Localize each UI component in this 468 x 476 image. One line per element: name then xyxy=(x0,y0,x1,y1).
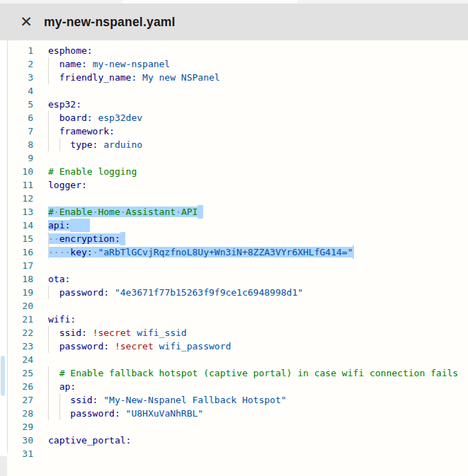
yaml-editor[interactable]: 1esphome:2 name: my-new-nspanel3 friendl… xyxy=(0,40,468,476)
selection-newline xyxy=(70,219,90,232)
code-text[interactable]: # Enable logging xyxy=(48,165,137,178)
code-segment: password: !secret wifi_password xyxy=(48,341,231,352)
code-line: 18ota: xyxy=(0,272,461,286)
line-number[interactable]: 8 xyxy=(0,138,33,151)
code-token: "4e3671f77b15263f9f9ce1c6948998d1" xyxy=(115,287,303,298)
code-token: board: xyxy=(59,112,93,123)
code-text[interactable]: friendly_name: My new NSPanel xyxy=(48,71,220,84)
code-segment: framework: xyxy=(48,126,115,137)
code-text[interactable]: esphome: xyxy=(48,44,93,57)
code-text[interactable]: #·Enable·Home·Assistant·API xyxy=(48,205,203,219)
code-token: API xyxy=(181,207,198,217)
code-line: 6 board: esp32dev xyxy=(0,111,461,124)
line-number[interactable]: 7 xyxy=(0,124,33,138)
line-number[interactable]: 27 xyxy=(0,393,33,407)
code-segment: esphome: xyxy=(48,45,93,56)
code-text[interactable]: name: my-new-nspanel xyxy=(48,57,170,71)
code-text[interactable]: captive_portal: xyxy=(48,434,131,447)
line-number[interactable]: 18 xyxy=(0,272,33,286)
code-text[interactable]: ota: xyxy=(48,272,70,286)
line-number[interactable]: 2 xyxy=(0,57,33,71)
code-segment: password: "4e3671f77b15263f9f9ce1c694899… xyxy=(48,287,303,298)
code-token: password: xyxy=(70,408,120,419)
indent-guide xyxy=(48,366,49,380)
line-number[interactable]: 28 xyxy=(0,407,33,420)
code-token: wifi_password xyxy=(159,341,232,352)
code-text[interactable]: ····key:·"aRbTlGCvjRqzfnoL8Uy+Wn3iN+8ZZA… xyxy=(48,245,354,259)
code-token: Home xyxy=(98,207,120,217)
code-text[interactable]: wifi: xyxy=(48,313,76,326)
code-text[interactable]: password: !secret wifi_password xyxy=(48,339,231,353)
code-segment: name: my-new-nspanel xyxy=(48,59,170,69)
line-number[interactable]: 4 xyxy=(0,84,33,98)
code-token: # Enable fallback hotspot (captive porta… xyxy=(59,368,459,378)
indent-guide xyxy=(59,138,60,151)
line-number[interactable]: 14 xyxy=(0,219,33,232)
line-number[interactable]: 25 xyxy=(0,366,33,380)
code-line: 5esp32: xyxy=(0,98,461,111)
line-number[interactable]: 16 xyxy=(0,245,33,259)
line-number[interactable]: 30 xyxy=(0,434,33,447)
code-text[interactable]: ssid: !secret wifi_ssid xyxy=(48,326,187,339)
code-line: 23 password: !secret wifi_password xyxy=(0,339,461,353)
code-token: name: xyxy=(59,59,87,69)
line-number[interactable]: 15 xyxy=(0,232,33,245)
line-number[interactable]: 23 xyxy=(0,339,33,353)
code-segment: # Enable fallback hotspot (captive porta… xyxy=(48,368,458,378)
code-token: ssid: xyxy=(59,327,87,338)
line-number[interactable]: 31 xyxy=(0,447,33,460)
line-number[interactable]: 26 xyxy=(0,380,33,393)
code-token: password: xyxy=(59,287,109,298)
line-number[interactable]: 10 xyxy=(0,165,33,178)
code-token xyxy=(48,368,59,378)
line-number[interactable]: 13 xyxy=(0,205,33,219)
code-line: 21wifi: xyxy=(0,313,461,326)
line-number[interactable]: 21 xyxy=(0,313,33,326)
code-text[interactable]: type: arduino xyxy=(48,138,142,151)
code-text[interactable]: framework: xyxy=(48,124,115,138)
line-number[interactable]: 5 xyxy=(0,98,33,111)
code-line: 24 xyxy=(0,353,461,366)
line-number[interactable]: 29 xyxy=(0,420,33,434)
indent-guide xyxy=(59,245,60,259)
code-text[interactable]: esp32: xyxy=(48,98,81,111)
code-text[interactable]: # Enable fallback hotspot (captive porta… xyxy=(48,366,458,380)
code-line: 8 type: arduino xyxy=(0,138,461,151)
line-number[interactable]: 17 xyxy=(0,259,33,272)
line-number[interactable]: 1 xyxy=(0,44,33,57)
close-button[interactable]: ✕ xyxy=(17,13,35,31)
code-token: password: xyxy=(59,341,109,352)
code-token: my-new-nspanel xyxy=(93,59,171,69)
code-text[interactable]: ssid: "My-New-Nspanel Fallback Hotspot" xyxy=(48,393,287,407)
code-text[interactable]: password: "4e3671f77b15263f9f9ce1c694899… xyxy=(48,286,303,299)
code-line: 17 xyxy=(0,259,461,272)
line-number[interactable]: 22 xyxy=(0,326,33,339)
line-number[interactable]: 19 xyxy=(0,286,33,299)
code-line: 16····key:·"aRbTlGCvjRqzfnoL8Uy+Wn3iN+8Z… xyxy=(0,245,461,259)
selection-newline xyxy=(353,245,354,259)
line-number[interactable]: 6 xyxy=(0,111,33,124)
code-text[interactable]: password: "U8HXuVaNhRBL" xyxy=(48,407,203,420)
code-segment: board: esp32dev xyxy=(48,112,142,123)
code-text[interactable]: logger: xyxy=(48,178,87,192)
file-title: my-new-nspanel.yaml xyxy=(44,15,176,30)
indent-guide xyxy=(48,380,49,393)
line-number[interactable]: 3 xyxy=(0,71,33,84)
line-number[interactable]: 9 xyxy=(0,151,33,165)
code-lines: 1esphome:2 name: my-new-nspanel3 friendl… xyxy=(0,44,461,460)
code-segment: type: arduino xyxy=(48,139,142,150)
code-text[interactable]: ap: xyxy=(48,380,76,393)
code-token: logger: xyxy=(48,180,87,190)
code-text[interactable]: board: esp32dev xyxy=(48,111,142,124)
indent-guide xyxy=(48,111,49,124)
code-token: ap: xyxy=(59,381,76,392)
line-number[interactable]: 11 xyxy=(0,178,33,192)
line-number[interactable]: 12 xyxy=(0,192,33,205)
code-token: wifi_ssid xyxy=(137,327,186,338)
code-line: 4 xyxy=(0,84,461,98)
line-number[interactable]: 20 xyxy=(0,299,33,313)
line-number[interactable]: 24 xyxy=(0,353,33,366)
code-text[interactable]: api: xyxy=(48,219,90,232)
code-text[interactable]: ··encryption: xyxy=(48,232,125,245)
indent-guide xyxy=(48,71,49,84)
